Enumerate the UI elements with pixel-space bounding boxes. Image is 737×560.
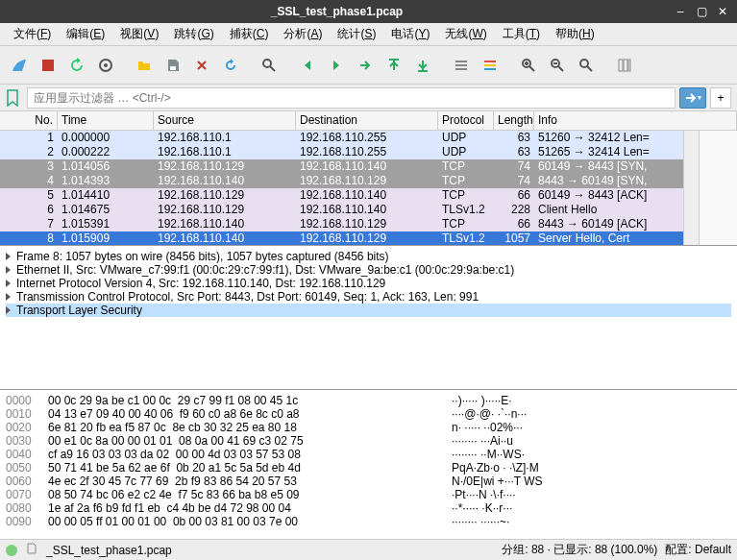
zoom-reset-icon[interactable] — [573, 52, 600, 79]
hex-row[interactable]: 003000 e1 0c 8a 00 00 01 01 08 0a 00 41 … — [6, 434, 731, 448]
status-bar: _SSL_test_phase1.pcap 分组: 88 · 已显示: 88 (… — [0, 539, 737, 560]
go-forward-icon[interactable] — [323, 52, 350, 79]
hex-row[interactable]: 001004 13 e7 09 40 00 40 06 f9 60 c0 a8 … — [6, 407, 731, 421]
packet-details-pane[interactable]: Frame 8: 1057 bytes on wire (8456 bits),… — [0, 246, 737, 390]
status-packet-count: 分组: 88 · 已显示: 88 (100.0%) — [502, 542, 657, 558]
capture-options-icon[interactable] — [92, 52, 119, 79]
add-filter-button[interactable]: + — [710, 87, 731, 109]
svg-rect-10 — [484, 68, 496, 70]
minimize-button[interactable]: – — [672, 3, 689, 20]
hex-row[interactable]: 005050 71 41 be 5a 62 ae 6f 0b 20 a1 5c … — [6, 461, 731, 475]
packet-row[interactable]: 51.014410192.168.110.129192.168.110.140T… — [0, 188, 737, 203]
expand-arrow-icon[interactable] — [6, 253, 11, 260]
col-length[interactable]: Length — [494, 111, 534, 130]
svg-rect-9 — [484, 64, 496, 66]
expand-arrow-icon[interactable] — [6, 266, 11, 274]
status-profile[interactable]: 配置: Default — [665, 542, 731, 558]
window-title: _SSL_test_phase1.pcap — [6, 5, 668, 18]
resize-columns-icon[interactable] — [611, 52, 638, 79]
menu-帮助[interactable]: 帮助(H) — [548, 24, 602, 44]
hex-row[interactable]: 00604e ec 2f 30 45 7c 77 69 2b f9 83 86 … — [6, 475, 731, 488]
menu-视图[interactable]: 视图(V) — [112, 24, 166, 44]
title-bar: _SSL_test_phase1.pcap – ▢ ✕ — [0, 0, 737, 23]
find-icon[interactable] — [256, 52, 283, 79]
restart-capture-icon[interactable] — [63, 52, 90, 79]
svg-rect-6 — [455, 64, 467, 66]
packet-diagram-minimap — [699, 131, 737, 245]
display-filter-input[interactable] — [27, 87, 676, 109]
svg-rect-15 — [624, 60, 627, 71]
detail-tree-item[interactable]: Transport Layer Security — [6, 304, 731, 317]
packet-row[interactable]: 20.000222192.168.110.1192.168.110.255UDP… — [0, 145, 737, 159]
svg-point-13 — [580, 60, 588, 67]
col-destination[interactable]: Destination — [296, 111, 438, 130]
menu-统计[interactable]: 统计(S) — [330, 24, 383, 44]
packet-bytes-pane[interactable]: 000000 0c 29 9a be c1 00 0c 29 c7 99 f1 … — [0, 390, 737, 539]
hex-row[interactable]: 007008 50 74 bc 06 e2 c2 4e f7 5c 83 66 … — [6, 488, 731, 501]
zoom-in-icon[interactable] — [515, 52, 542, 79]
svg-rect-16 — [628, 60, 630, 71]
packet-list-header: No. Time Source Destination Protocol Len… — [0, 111, 737, 131]
detail-tree-item[interactable]: Internet Protocol Version 4, Src: 192.16… — [6, 277, 731, 290]
svg-rect-8 — [484, 61, 496, 62]
hex-row[interactable]: 00206e 81 20 fb ea f5 87 0c 8e cb 30 32 … — [6, 421, 731, 434]
menu-编辑[interactable]: 编辑(E) — [59, 24, 112, 44]
menu-电话[interactable]: 电话(Y) — [383, 24, 437, 44]
expand-arrow-icon[interactable] — [6, 280, 11, 287]
packet-list-pane: No. Time Source Destination Protocol Len… — [0, 111, 737, 246]
menu-捕获[interactable]: 捕获(C) — [222, 24, 277, 44]
menu-文件[interactable]: 文件(F) — [6, 24, 59, 44]
svg-rect-14 — [619, 60, 623, 71]
shark-fin-icon[interactable] — [6, 52, 33, 79]
svg-rect-5 — [455, 61, 467, 62]
hex-row[interactable]: 0040cf a9 16 03 03 03 da 02 00 00 4d 03 … — [6, 448, 731, 461]
capture-file-properties-icon[interactable] — [25, 542, 38, 558]
auto-scroll-icon[interactable] — [448, 52, 475, 79]
go-last-icon[interactable] — [409, 52, 436, 79]
hex-row[interactable]: 000000 0c 29 9a be c1 00 0c 29 c7 99 f1 … — [6, 394, 731, 407]
stop-capture-icon[interactable] — [35, 52, 61, 79]
col-no[interactable]: No. — [0, 111, 58, 130]
detail-tree-item[interactable]: Ethernet II, Src: VMware_c7:99:f1 (00:0c… — [6, 263, 731, 277]
packet-row[interactable]: 10.000000192.168.110.1192.168.110.255UDP… — [0, 131, 737, 145]
expert-info-icon[interactable] — [6, 545, 17, 556]
colorize-icon[interactable] — [477, 52, 504, 79]
main-toolbar — [0, 46, 737, 85]
zoom-out-icon[interactable] — [544, 52, 571, 79]
packet-row[interactable]: 31.014056192.168.110.129192.168.110.140T… — [0, 159, 737, 174]
expand-arrow-icon[interactable] — [6, 293, 11, 301]
menu-无线[interactable]: 无线(W) — [437, 24, 494, 44]
svg-rect-7 — [455, 68, 467, 70]
col-source[interactable]: Source — [154, 111, 296, 130]
menu-跳转[interactable]: 跳转(G) — [166, 24, 221, 44]
packet-row[interactable]: 41.014393192.168.110.140192.168.110.129T… — [0, 174, 737, 188]
svg-rect-0 — [42, 60, 54, 71]
detail-tree-item[interactable]: Transmission Control Protocol, Src Port:… — [6, 290, 731, 304]
save-file-icon[interactable] — [160, 52, 186, 79]
packet-list-scrollbar[interactable] — [683, 131, 699, 245]
hex-row[interactable]: 00801e af 2a f6 b9 fd f1 eb c4 4b be d4 … — [6, 501, 731, 515]
expand-arrow-icon[interactable] — [6, 306, 11, 314]
go-to-packet-icon[interactable] — [352, 52, 379, 79]
reload-file-icon[interactable] — [217, 52, 244, 79]
go-back-icon[interactable] — [294, 52, 321, 79]
packet-row[interactable]: 81.015909192.168.110.140192.168.110.129T… — [0, 231, 737, 246]
menu-分析[interactable]: 分析(A) — [276, 24, 330, 44]
menu-工具[interactable]: 工具(T) — [495, 24, 548, 44]
col-protocol[interactable]: Protocol — [438, 111, 494, 130]
close-file-icon[interactable] — [188, 52, 215, 79]
col-time[interactable]: Time — [58, 111, 154, 130]
maximize-button[interactable]: ▢ — [693, 3, 710, 20]
status-file-label: _SSL_test_phase1.pcap — [46, 544, 494, 557]
close-button[interactable]: ✕ — [714, 3, 731, 20]
bookmark-icon[interactable] — [6, 89, 23, 107]
packet-row[interactable]: 71.015391192.168.110.140192.168.110.129T… — [0, 217, 737, 231]
packet-row[interactable]: 61.014675192.168.110.129192.168.110.140T… — [0, 203, 737, 217]
svg-point-4 — [263, 60, 271, 67]
go-first-icon[interactable] — [381, 52, 407, 79]
apply-filter-button[interactable]: ▾ — [679, 87, 706, 109]
detail-tree-item[interactable]: Frame 8: 1057 bytes on wire (8456 bits),… — [6, 250, 731, 263]
hex-row[interactable]: 009000 00 05 ff 01 00 01 00 0b 00 03 81 … — [6, 515, 731, 528]
open-file-icon[interactable] — [131, 52, 158, 79]
col-info[interactable]: Info — [534, 111, 737, 130]
